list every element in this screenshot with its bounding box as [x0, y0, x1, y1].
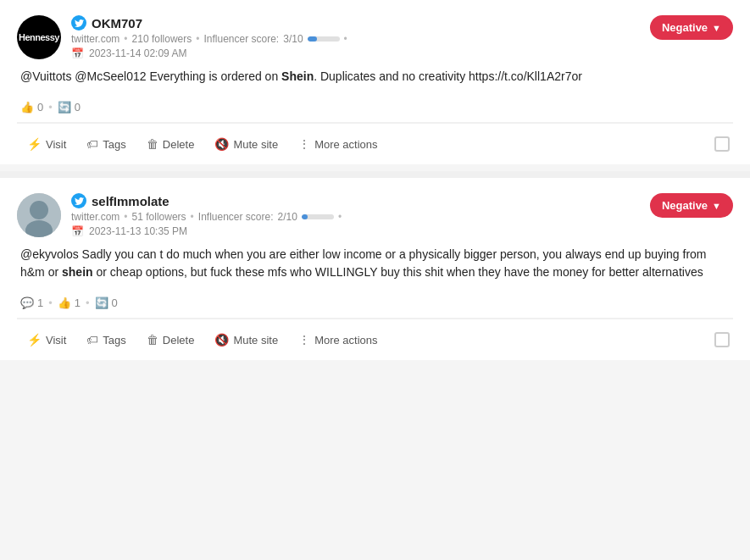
checkbox-area [714, 136, 733, 152]
followers: 210 followers [132, 33, 192, 45]
mute-label: Mute site [233, 334, 278, 347]
more-actions-label: More actions [314, 138, 377, 151]
share-icon: 🔄 [58, 101, 71, 114]
post-date: 2023-11-13 10:35 PM [89, 225, 187, 237]
visit-button[interactable]: ⚡ Visit [17, 130, 76, 158]
tags-label: Tags [103, 334, 125, 347]
delete-icon: 🗑 [147, 333, 158, 347]
reactions-row: 💬 1 • 👍 1 • 🔄 0 [17, 291, 733, 319]
date-row: 📅 2023-11-13 10:35 PM [71, 225, 342, 237]
card-header: selfImmolate twitter.com • 51 followers … [17, 193, 733, 237]
avatar [17, 193, 61, 237]
more-actions-button[interactable]: ⋮ More actions [288, 130, 387, 158]
tags-icon: 🏷 [86, 137, 98, 151]
share-count: 🔄 0 [95, 297, 118, 309]
influencer-bar-fill [308, 36, 317, 42]
visit-button[interactable]: ⚡ Visit [17, 326, 76, 353]
source: twitter.com [71, 211, 119, 223]
post-card: Hennessy OKM707 twitter.com • 210 follow… [0, 0, 750, 164]
delete-button[interactable]: 🗑 Delete [136, 326, 205, 353]
more-actions-button[interactable]: ⋮ More actions [288, 326, 387, 353]
share-count: 🔄 0 [58, 101, 81, 114]
more-actions-label: More actions [314, 334, 377, 347]
delete-icon: 🗑 [147, 137, 158, 151]
comment-icon: 💬 [20, 297, 34, 309]
mute-label: Mute site [233, 138, 278, 151]
mute-icon: 🔇 [214, 137, 229, 151]
tags-button[interactable]: 🏷 Tags [76, 130, 136, 158]
user-name-row: selfImmolate [71, 193, 342, 208]
mute-icon: 🔇 [214, 333, 229, 347]
influencer-score-value: 2/10 [278, 211, 297, 223]
mute-site-button[interactable]: 🔇 Mute site [204, 326, 288, 353]
date-row: 📅 2023-11-14 02:09 AM [71, 47, 347, 59]
like-icon: 👍 [20, 101, 34, 114]
chevron-down-icon: ▼ [712, 201, 721, 211]
visit-label: Visit [46, 138, 66, 151]
visit-label: Visit [46, 334, 66, 347]
like-count: 👍 0 [20, 101, 43, 114]
reactions-row: 👍 0 • 🔄 0 [17, 96, 733, 123]
influencer-score-label: Influencer score: [198, 211, 274, 223]
checkbox-area [714, 332, 733, 347]
more-icon: ⋮ [298, 137, 310, 151]
dot-sep: • [338, 211, 342, 223]
meta-row: twitter.com • 51 followers • Influencer … [71, 211, 342, 223]
tags-icon: 🏷 [86, 333, 98, 347]
dot-sep: • [191, 211, 194, 223]
tags-button[interactable]: 🏷 Tags [76, 326, 136, 353]
card-header-left: Hennessy OKM707 twitter.com • 210 follow… [17, 15, 347, 59]
action-bar: ⚡ Visit 🏷 Tags 🗑 Delete 🔇 Mute site ⋮ Mo… [17, 123, 733, 164]
select-checkbox[interactable] [714, 136, 730, 152]
mute-site-button[interactable]: 🔇 Mute site [204, 130, 288, 158]
dot-sep: • [124, 33, 127, 45]
svg-point-1 [30, 201, 48, 219]
username: OKM707 [92, 16, 142, 30]
card-divider [0, 171, 750, 178]
influencer-bar [302, 214, 334, 219]
influencer-score-value: 3/10 [283, 33, 303, 45]
user-name-row: OKM707 [71, 15, 347, 30]
post-date: 2023-11-14 02:09 AM [89, 47, 186, 59]
source: twitter.com [71, 33, 119, 45]
share-icon: 🔄 [95, 297, 108, 309]
dot-sep: • [124, 211, 127, 223]
user-info: OKM707 twitter.com • 210 followers • Inf… [71, 15, 347, 59]
tags-label: Tags [103, 138, 125, 151]
like-icon: 👍 [58, 297, 71, 309]
like-count: 👍 1 [58, 297, 81, 309]
user-info: selfImmolate twitter.com • 51 followers … [71, 193, 342, 237]
sentiment-label: Negative [662, 199, 708, 212]
meta-row: twitter.com • 210 followers • Influencer… [71, 33, 347, 45]
influencer-bar [308, 36, 340, 42]
post-card: selfImmolate twitter.com • 51 followers … [0, 178, 750, 360]
chevron-down-icon: ▼ [712, 23, 721, 33]
avatar: Hennessy [17, 15, 61, 59]
sentiment-label: Negative [662, 21, 708, 34]
influencer-bar-fill [302, 214, 308, 219]
calendar-icon: 📅 [71, 47, 84, 59]
dot-sep: • [196, 33, 199, 45]
tweet-content: @ekyvolos Sadly you can t do much when y… [17, 246, 733, 281]
username: selfImmolate [92, 194, 169, 208]
card-header-left: selfImmolate twitter.com • 51 followers … [17, 193, 342, 237]
tweet-content: @Vuittots @McSeel012 Everything is order… [17, 68, 733, 86]
sentiment-button[interactable]: Negative ▼ [650, 15, 733, 40]
visit-icon: ⚡ [27, 137, 42, 151]
more-icon: ⋮ [298, 333, 310, 347]
delete-label: Delete [163, 334, 195, 347]
delete-label: Delete [163, 138, 195, 151]
dot-sep: • [344, 33, 347, 45]
sentiment-button[interactable]: Negative ▼ [650, 193, 733, 218]
twitter-icon [71, 193, 86, 208]
twitter-icon [71, 15, 86, 30]
select-checkbox[interactable] [714, 332, 730, 347]
delete-button[interactable]: 🗑 Delete [136, 130, 205, 158]
action-bar: ⚡ Visit 🏷 Tags 🗑 Delete 🔇 Mute site ⋮ Mo… [17, 319, 733, 360]
visit-icon: ⚡ [27, 333, 42, 347]
followers: 51 followers [132, 211, 186, 223]
influencer-score-label: Influencer score: [203, 33, 279, 45]
calendar-icon: 📅 [71, 225, 84, 237]
comment-count: 💬 1 [20, 297, 43, 309]
card-header: Hennessy OKM707 twitter.com • 210 follow… [17, 15, 733, 59]
